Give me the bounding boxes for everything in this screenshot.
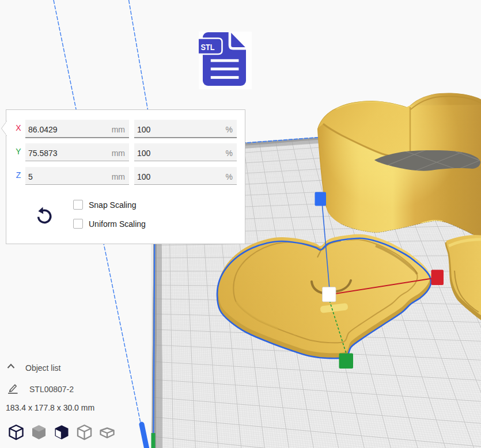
svg-text:STL: STL: [201, 43, 215, 52]
